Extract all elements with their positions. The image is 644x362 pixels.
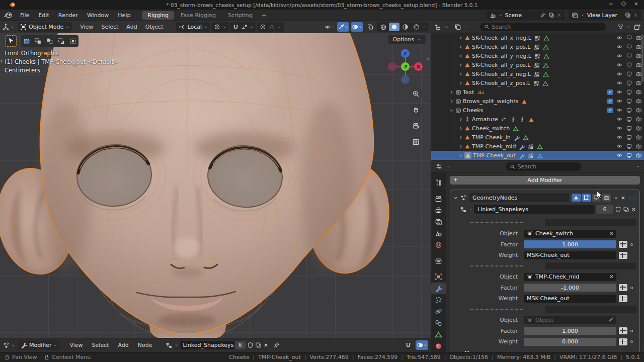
attribute-toggle-icon[interactable] — [619, 284, 627, 291]
collection-checkbox[interactable]: ✓ — [607, 99, 613, 104]
hide-viewport-icon[interactable] — [616, 152, 623, 158]
proportional-editing[interactable] — [257, 22, 284, 32]
disable-render-icon[interactable] — [635, 89, 642, 95]
object-field[interactable]: Cheek_switch✕ — [524, 230, 616, 238]
drag-handle[interactable]: ⁙⁙ — [628, 195, 636, 200]
snapping-controls[interactable] — [230, 22, 256, 32]
window-close-icon[interactable] — [633, 1, 639, 7]
filter-icon[interactable] — [617, 24, 624, 30]
hide-viewport-icon[interactable] — [616, 143, 623, 149]
unlink-node-group-icon[interactable] — [631, 207, 636, 212]
xray-toggle[interactable] — [365, 22, 375, 32]
disable-render-icon[interactable] — [635, 152, 642, 158]
select-invert-button[interactable] — [55, 35, 67, 47]
hide-viewport-icon[interactable] — [616, 98, 623, 104]
expand-chevron-icon[interactable] — [458, 36, 463, 40]
disable-viewport-icon[interactable] — [626, 53, 632, 59]
menu-select[interactable]: Select — [88, 342, 114, 348]
outliner-row-sk-cheek_all_x_neg.l[interactable]: SK-Cheek_all_x_neg.L — [431, 33, 644, 42]
expand-chevron-icon[interactable] — [458, 135, 463, 140]
attribute-toggle-icon[interactable] — [619, 252, 627, 259]
properties-tab-render[interactable] — [431, 193, 446, 205]
weight-slider[interactable]: 0.000 — [524, 338, 616, 346]
chevron-down-icon[interactable] — [636, 164, 640, 168]
disable-render-icon[interactable] — [635, 98, 642, 104]
disable-viewport-icon[interactable] — [626, 89, 632, 95]
node-tree-name-field[interactable]: Linked_Shapekeys — [180, 341, 234, 349]
hide-viewport-icon[interactable] — [616, 53, 623, 59]
duplicate-node-group-icon[interactable] — [623, 206, 629, 213]
disable-render-icon[interactable] — [635, 116, 642, 122]
outliner-row-armature[interactable]: Armature — [431, 115, 644, 124]
outliner-row-sk-cheek_all_y_neg.l[interactable]: SK-Cheek_all_y_neg.L — [431, 51, 644, 60]
gizmos-toggle[interactable] — [337, 22, 349, 32]
pin-icon[interactable] — [540, 12, 546, 18]
node-tree-icon[interactable] — [165, 342, 173, 349]
magnet-icon[interactable] — [232, 24, 239, 30]
node-group-users-count[interactable]: 6 — [596, 205, 613, 214]
view-layer-selector[interactable]: View Layer ✕ — [569, 11, 641, 20]
new-collection-icon[interactable] — [633, 24, 641, 31]
workspace-tab-rigging[interactable]: Rigging — [142, 11, 174, 20]
tweak-tool-button[interactable] — [5, 35, 17, 47]
properties-tab-world[interactable] — [431, 239, 446, 251]
modifier-extras-dropdown[interactable] — [614, 196, 618, 200]
expand-chevron-icon[interactable] — [458, 45, 463, 49]
weight-field[interactable]: MSK-Cheek_out — [524, 295, 616, 303]
outliner-row-sk-cheek_all_z_neg.l[interactable]: SK-Cheek_all_z_neg.L — [431, 69, 644, 78]
expand-chevron-icon[interactable] — [458, 153, 463, 158]
workspace-tab-face-rigging[interactable]: Face Rigging — [175, 11, 221, 20]
node-snap-toggle[interactable] — [403, 340, 414, 350]
expand-chevron-icon[interactable] — [449, 108, 454, 113]
disable-render-icon[interactable] — [635, 125, 642, 131]
disable-viewport-icon[interactable] — [626, 152, 632, 158]
expand-chevron-icon[interactable] — [458, 117, 463, 122]
eyedropper-icon[interactable] — [608, 317, 614, 324]
outliner-row-sk-cheek_all_z_pos.l[interactable]: SK-Cheek_all_z_pos.L — [431, 78, 644, 87]
modifier-editmode-toggle[interactable] — [582, 194, 591, 202]
transform-orientation[interactable]: Local — [176, 22, 210, 32]
expand-chevron-icon[interactable] — [449, 90, 454, 95]
outliner-display-mode-icon[interactable] — [434, 24, 442, 31]
outliner-row-sk-cheek_all_y_pos.l[interactable]: SK-Cheek_all_y_pos.L — [431, 60, 644, 69]
properties-tab-output[interactable] — [431, 205, 446, 216]
disable-viewport-icon[interactable] — [626, 143, 632, 149]
disable-render-icon[interactable] — [635, 107, 642, 113]
factor-slider[interactable]: 1.000 — [524, 240, 616, 248]
animate-decorator[interactable] — [630, 287, 633, 289]
attribute-toggle-icon[interactable] — [619, 327, 627, 334]
fake-user-shield-icon[interactable] — [615, 206, 621, 213]
filter-view-layer-icon[interactable] — [454, 24, 461, 30]
properties-tab-constraints[interactable] — [431, 317, 446, 329]
window-minimize-icon[interactable] — [608, 1, 614, 7]
attribute-toggle-icon[interactable] — [619, 338, 627, 345]
properties-editor-icon[interactable] — [435, 163, 443, 170]
hide-viewport-icon[interactable] — [616, 107, 623, 113]
properties-tab-collection[interactable] — [431, 255, 446, 267]
viewport-3d[interactable]: Object Mode ViewSelectAddObject Local — [0, 21, 431, 338]
hide-viewport-icon[interactable] — [616, 116, 623, 122]
unlink-icon[interactable] — [263, 342, 269, 348]
disable-viewport-icon[interactable] — [626, 125, 632, 131]
expand-chevron-icon[interactable] — [458, 81, 463, 85]
outliner-row-tmp-cheek_mid[interactable]: TMP-Cheek_mid — [431, 142, 644, 151]
node-tree-type-selector[interactable]: Modifier — [18, 340, 60, 350]
expand-chevron-icon[interactable] — [449, 99, 454, 104]
select-extend-button[interactable] — [32, 35, 44, 47]
disable-render-icon[interactable] — [635, 143, 642, 149]
pivot-point[interactable] — [211, 22, 229, 32]
expand-chevron-icon[interactable] — [458, 144, 463, 149]
animate-decorator[interactable] — [630, 243, 633, 246]
object-field[interactable]: TMP-Cheek_mid✕ — [524, 273, 616, 281]
duplicate-icon[interactable] — [255, 342, 262, 348]
shading-material-button[interactable] — [400, 23, 411, 31]
outliner-row-tmp-cheek_in[interactable]: TMP-Cheek_in — [431, 133, 644, 142]
outliner-row-sk-cheek_all_x_pos.l[interactable]: SK-Cheek_all_x_pos.L — [431, 42, 644, 51]
properties-tab-object-data[interactable] — [431, 329, 446, 340]
new-view-layer-icon[interactable] — [625, 12, 631, 18]
object-field-empty[interactable]: Object — [524, 316, 616, 324]
disable-render-icon[interactable] — [635, 134, 642, 140]
weight-field[interactable]: MSK-Cheek_out — [524, 251, 616, 259]
camera-view-button[interactable] — [410, 120, 422, 132]
attribute-toggle-icon[interactable] — [619, 295, 627, 302]
